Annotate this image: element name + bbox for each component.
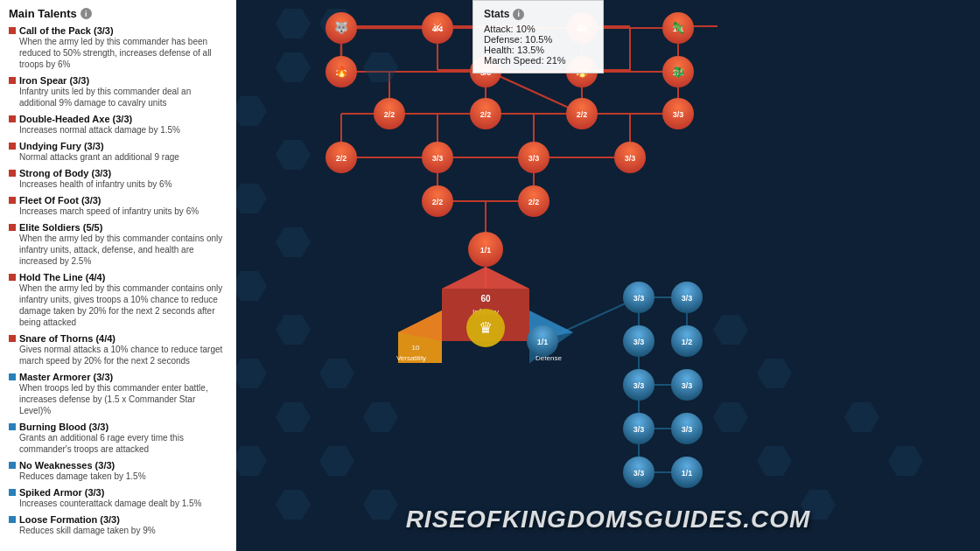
talent-item: Elite Soldiers (5/5)When the army led by… [9,222,228,267]
talent-item: Loose Formation (3/3)Reduces skill damag… [9,514,228,536]
svg-text:1/1: 1/1 [480,246,492,255]
svg-marker-67 [236,96,267,126]
talent-dot [9,224,16,231]
svg-text:2/2: 2/2 [384,110,396,119]
talent-dot [9,335,16,342]
svg-text:1/2: 1/2 [682,338,693,346]
talent-desc: When the army led by this commander cont… [19,282,228,328]
svg-marker-74 [319,359,354,388]
stat-march-speed: March Speed: 21% [484,55,592,66]
svg-text:3/3: 3/3 [634,294,645,303]
talent-desc: Gives normal attacks a 10% chance to red… [19,344,228,366]
talent-dot [9,77,16,84]
talent-item: Undying Fury (3/3)Normal attacks grant a… [9,141,228,163]
stat-health: Health: 13.5% [484,45,592,55]
svg-text:2/2: 2/2 [528,198,540,206]
svg-text:3/3: 3/3 [634,381,645,390]
svg-text:♛: ♛ [479,319,493,337]
talent-name: Call of the Pack (3/3) [9,25,228,36]
talent-item: Strong of Body (3/3)Increases health of … [9,168,228,190]
svg-marker-65 [276,52,311,82]
svg-text:3/3: 3/3 [634,469,645,478]
talent-name: No Weaknesses (3/3) [9,460,228,471]
svg-text:⚔: ⚔ [432,21,443,34]
talent-item: Burning Blood (3/3)Grants an additional … [9,422,228,455]
svg-marker-76 [236,446,267,476]
panel-title: Main Talents i [9,7,228,20]
talent-name: Undying Fury (3/3) [9,141,228,151]
talent-name: Fleet Of Foot (3/3) [9,195,228,206]
talent-dot [9,197,16,204]
svg-text:3/3: 3/3 [634,425,645,434]
svg-marker-108 [442,267,529,289]
talent-item: Snare of Thorns (4/4)Gives normal attack… [9,333,228,366]
talent-item: Master Armorer (3/3)When troops led by t… [9,372,228,416]
svg-marker-81 [713,315,748,345]
svg-text:2/2: 2/2 [336,154,347,163]
talent-name: Strong of Body (3/3) [9,168,228,178]
stat-defense: Defense: 10.5% [484,34,592,45]
svg-marker-72 [276,315,311,345]
svg-marker-70 [276,227,311,257]
talent-dot [9,373,16,380]
svg-marker-83 [713,402,748,432]
svg-marker-77 [276,490,311,520]
svg-text:🔥: 🔥 [335,65,348,78]
talent-list: Call of the Pack (3/3)When the army led … [9,25,228,536]
stats-box: Stats i Attack: 10% Defense: 10.5% Healt… [472,0,604,73]
svg-text:3/3: 3/3 [432,154,444,163]
talent-dot [9,170,16,177]
svg-text:60: 60 [480,294,491,303]
talent-dot [9,516,16,523]
talent-name: Hold The Line (4/4) [9,272,228,282]
talent-desc: Increases normal attack damage by 1.5% [19,124,228,136]
talent-name: Snare of Thorns (4/4) [9,333,228,344]
stats-info-icon: i [513,9,524,20]
talent-desc: When the army led by this commander cont… [19,233,228,267]
svg-text:2/2: 2/2 [432,198,444,206]
talent-desc: When the army led by this commander has … [19,36,228,70]
svg-marker-66 [363,52,398,82]
svg-text:3/3: 3/3 [625,154,636,163]
svg-text:3/3: 3/3 [528,154,540,163]
talent-desc: When troops led by this commander enter … [19,382,228,416]
talent-dot [9,423,16,430]
talent-tree: 4/4 4/4 4/4 1/1 2/2 5/5 2/2 1/1 2/2 2/2 … [236,0,980,551]
talent-item: Iron Spear (3/3)Infantry units led by th… [9,75,228,108]
talent-item: Hold The Line (4/4)When the army led by … [9,272,228,328]
svg-marker-82 [757,359,792,388]
info-icon: i [80,8,92,19]
talent-item: Fleet Of Foot (3/3)Increases march speed… [9,195,228,217]
talent-name: Burning Blood (3/3) [9,422,228,432]
talent-desc: Reduces skill damage taken by 9% [19,525,228,536]
svg-marker-71 [236,271,267,301]
svg-marker-75 [276,402,311,432]
svg-text:3/3: 3/3 [682,425,693,434]
talent-desc: Reduces damage taken by 1.5% [19,471,228,482]
svg-marker-73 [236,359,267,388]
svg-text:🐉: 🐉 [672,65,685,78]
talent-desc: Normal attacks grant an additional 9 rag… [19,151,228,163]
left-panel: Main Talents i Call of the Pack (3/3)Whe… [0,0,236,551]
right-panel: Stats i Attack: 10% Defense: 10.5% Healt… [236,0,980,551]
svg-marker-87 [888,446,923,476]
talent-dot [9,143,16,150]
svg-text:1/1: 1/1 [537,338,549,346]
talent-desc: Increases counterattack damage dealt by … [19,498,228,509]
svg-text:3/3: 3/3 [634,338,645,346]
talent-name: Loose Formation (3/3) [9,514,228,525]
svg-text:🦎: 🦎 [671,20,686,35]
svg-marker-78 [319,446,354,476]
svg-text:3/3: 3/3 [682,381,693,390]
svg-marker-84 [757,446,792,476]
svg-text:3/3: 3/3 [673,110,684,119]
talent-item: Spiked Armor (3/3)Increases counterattac… [9,487,228,509]
talent-desc: Increases health of infantry units by 6% [19,178,228,190]
talent-dot [9,462,16,469]
talent-dot [9,115,16,122]
svg-marker-86 [844,402,879,432]
talent-item: No Weaknesses (3/3)Reduces damage taken … [9,460,228,482]
talent-dot [9,27,16,34]
talent-desc: Grants an additional 6 rage every time t… [19,432,228,455]
svg-text:2/2: 2/2 [480,110,492,119]
